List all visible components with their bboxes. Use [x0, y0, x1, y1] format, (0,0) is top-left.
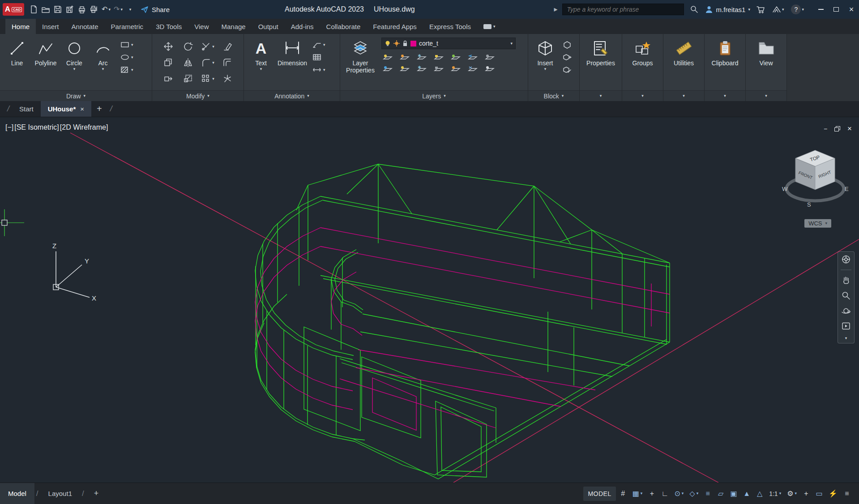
plot-button[interactable] [76, 3, 88, 16]
model-tab[interactable]: Model [0, 483, 34, 504]
file-tab-start[interactable]: Start [12, 101, 41, 117]
close-button[interactable]: × [844, 0, 859, 19]
minimize-button[interactable] [813, 0, 829, 19]
panel-draw-footer[interactable]: Draw ▾ [0, 90, 152, 101]
circle-button[interactable]: Circle ▾ [60, 36, 89, 90]
transparency-toggle[interactable]: ▱ [715, 487, 727, 501]
save-as-button[interactable] [64, 3, 76, 16]
layer-dropdown[interactable]: corte_t ▾ [381, 38, 516, 49]
scale-button[interactable] [182, 73, 194, 84]
undo-caret-icon[interactable]: ▾ [108, 8, 111, 12]
panel-block-footer[interactable]: Block ▾ [528, 90, 579, 101]
dimension-button[interactable]: Dimension [275, 36, 309, 90]
batch-plot-button[interactable] [88, 3, 100, 16]
store-button[interactable] [755, 3, 766, 16]
open-drawing-button[interactable] [40, 3, 51, 16]
erase-button[interactable] [222, 41, 233, 52]
viewport-visual-style-control[interactable]: [2D Wireframe] [60, 123, 108, 131]
maximize-button[interactable] [829, 0, 844, 19]
pan-hand-icon[interactable] [841, 275, 851, 285]
autodesk-app-button[interactable]: ▾ [771, 3, 786, 16]
polyline-button[interactable]: Polyline [31, 36, 60, 90]
tab-parametric[interactable]: Parametric [105, 19, 150, 34]
lineweight-toggle[interactable]: ≡ [702, 487, 714, 501]
tab-3d-tools[interactable]: 3D Tools [150, 19, 188, 34]
layer-match-button[interactable] [449, 53, 462, 62]
panel-utilities-footer[interactable]: ▾ [663, 90, 704, 101]
dynamic-input-toggle[interactable]: + [646, 487, 658, 501]
ellipse-button[interactable]: ▾ [119, 53, 134, 62]
viewport-minimize-icon[interactable]: − [824, 125, 827, 132]
panel-annotation-footer[interactable]: Annotation ▾ [244, 90, 340, 101]
polar-tracking-toggle[interactable]: ⊙▾ [672, 487, 686, 501]
navigation-wheel-icon[interactable] [841, 254, 851, 264]
showmotion-icon[interactable] [841, 321, 851, 331]
array-button[interactable]: ▾ [200, 73, 215, 84]
drawing-area[interactable]: [−] [SE Isometric] [2D Wireframe] − × W … [0, 117, 859, 483]
viewport-restore-icon[interactable] [834, 126, 840, 131]
insert-caret-icon[interactable]: ▾ [544, 67, 547, 71]
autocad-logo[interactable]: A CAD [3, 3, 24, 16]
create-block-button[interactable] [561, 40, 573, 49]
edit-attributes-button[interactable] [561, 65, 573, 74]
model-space-toggle[interactable]: MODEL [583, 487, 615, 501]
panel-layers-footer[interactable]: Layers ▾ [340, 90, 528, 101]
ucs-icon[interactable]: Z Y X [43, 240, 101, 303]
selection-cycling-toggle[interactable]: ▣ [728, 487, 739, 501]
zoom-icon[interactable] [841, 291, 851, 301]
hatch-button[interactable]: ▾ [119, 65, 134, 74]
layer-unisolate-button[interactable] [432, 64, 445, 73]
arc-button[interactable]: Arc ▾ [89, 36, 117, 90]
layer-prev-button[interactable] [466, 53, 479, 62]
text-flyout-caret-icon[interactable]: ▾ [260, 67, 262, 71]
undo-button[interactable]: ↶ ▾ [100, 3, 112, 16]
layer-freeze-button[interactable] [415, 53, 428, 62]
ortho-mode-toggle[interactable]: ∟ [659, 487, 671, 501]
annotation-visibility-toggle[interactable]: ▲ [741, 487, 752, 501]
signed-in-user[interactable]: m.freitas1 ▾ [705, 5, 750, 14]
help-button[interactable]: ? ▾ [790, 3, 805, 16]
search-expand-arrow[interactable]: ▸ [554, 6, 558, 13]
leader-button[interactable]: ▾ [311, 40, 326, 49]
view-button[interactable]: View [748, 36, 784, 90]
uhouse-wireframe[interactable] [0, 117, 859, 483]
copy-button[interactable] [162, 57, 174, 68]
tab-add-ins[interactable]: Add-ins [285, 19, 320, 34]
rectangle-button[interactable]: ▾ [119, 40, 134, 49]
tab-manage[interactable]: Manage [215, 19, 252, 34]
qat-customize-button[interactable]: ▾ [124, 3, 136, 16]
layer-off-button[interactable] [381, 53, 394, 62]
layer-on-all-button[interactable] [381, 64, 394, 73]
layer-unlock-button[interactable] [415, 64, 428, 73]
groups-button[interactable]: Groups [625, 36, 660, 90]
clipboard-button[interactable]: Clipboard [707, 36, 743, 90]
wcs-dropdown[interactable]: WCS ▾ [804, 219, 831, 228]
orbit-icon[interactable] [841, 306, 851, 316]
layer-properties-button[interactable]: Layer Properties [343, 36, 378, 90]
file-tab-uhouse[interactable]: UHouse* × [41, 101, 91, 117]
move-button[interactable] [162, 41, 174, 52]
search-button[interactable] [688, 3, 700, 16]
layer-lock-button[interactable] [432, 53, 445, 62]
new-layout-button[interactable]: + [86, 483, 107, 504]
object-snap-toggle[interactable]: ◇▾ [687, 487, 701, 501]
new-drawing-button[interactable] [28, 3, 39, 16]
properties-button[interactable]: Properties [582, 36, 619, 90]
snap-mode-toggle[interactable]: ▦▾ [630, 487, 645, 501]
file-tab-close-icon[interactable]: × [80, 105, 84, 113]
viewport-close-icon[interactable]: × [847, 124, 852, 133]
ribbon-display-toggle[interactable]: ▾ [483, 19, 496, 34]
panel-clipboard-footer[interactable]: ▾ [705, 90, 745, 101]
panel-properties-footer[interactable]: ▾ [580, 90, 622, 101]
layer-delete-button[interactable] [483, 64, 496, 73]
trim-button[interactable]: ▾ [200, 41, 215, 52]
layout1-tab[interactable]: Layout1 [40, 483, 80, 504]
annotation-scale-button[interactable]: 1:1▾ [767, 487, 783, 501]
tab-view[interactable]: View [188, 19, 215, 34]
write-block-button[interactable] [561, 53, 573, 62]
layer-state-button[interactable] [483, 53, 496, 62]
circle-flyout-caret-icon[interactable]: ▾ [73, 67, 76, 71]
redo-caret-icon[interactable]: ▾ [120, 8, 123, 12]
tab-collaborate[interactable]: Collaborate [320, 19, 367, 34]
tab-featured-apps[interactable]: Featured Apps [367, 19, 423, 34]
